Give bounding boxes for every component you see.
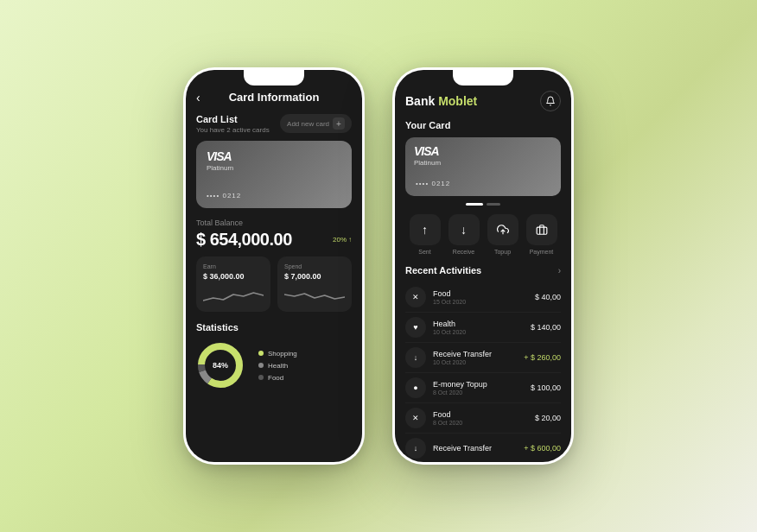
activity-food-1[interactable]: ✕ Food 15 Oct 2020 $ 40,00 <box>405 282 561 313</box>
sent-label: Sent <box>418 249 430 255</box>
card-dot-active <box>466 203 483 206</box>
food-dot <box>258 375 264 380</box>
phone2-header: Bank Moblet <box>405 91 561 111</box>
action-topup[interactable]: Topup <box>487 214 518 255</box>
visa-card-1[interactable]: VISA Platinum •••• 0212 <box>196 141 352 208</box>
activity-name: Food <box>433 410 528 419</box>
statistics-title: Statistics <box>196 322 352 332</box>
change-percent: 20% <box>333 236 347 244</box>
change-arrow: ↑ <box>348 236 352 244</box>
phone2-screen: Bank Moblet Your Card VISA P <box>395 70 571 462</box>
activity-date: 8 Oct 2020 <box>433 420 528 426</box>
recent-activities-header: Recent Activities › <box>405 265 561 276</box>
visa-logo: VISA <box>207 149 341 163</box>
balance-change: 20% ↑ <box>333 236 352 244</box>
activity-emoney-details: E-money Topup 8 Oct 2020 <box>433 380 524 396</box>
activity-food-2-details: Food 8 Oct 2020 <box>433 410 528 426</box>
shopping-label: Shopping <box>268 350 297 358</box>
activity-receive-transfer[interactable]: ↓ Receive Transfer 10 Oct 2020 + $ 260,0… <box>405 343 561 373</box>
spend-label: Spend <box>284 263 345 269</box>
activity-food-1-details: Food 15 Oct 2020 <box>433 289 528 305</box>
activity-name: Health <box>433 320 524 328</box>
receive-transfer-2-icon: ↓ <box>405 438 426 459</box>
action-receive[interactable]: ↓ Receive <box>448 214 480 255</box>
topup-label: Topup <box>494 249 511 255</box>
shopping-dot <box>258 351 264 356</box>
legend-shopping: Shopping <box>258 350 297 358</box>
activity-date: 10 Oct 2020 <box>433 359 517 365</box>
phone2-content: Bank Moblet Your Card VISA P <box>395 70 571 462</box>
add-card-label: Add new card <box>287 120 329 128</box>
activity-health-details: Health 10 Oct 2020 <box>433 320 524 335</box>
activity-receive-transfer-2[interactable]: ↓ Receive Transfer + $ 600,00 <box>405 434 561 462</box>
card-number-2: •••• 0212 <box>416 180 450 187</box>
spend-chart <box>284 288 345 305</box>
balance-row: $ 654,000.00 20% ↑ <box>196 230 352 250</box>
activity-amount: $ 140,00 <box>531 323 561 332</box>
card-list-subtitle: You have 2 active cards <box>196 126 270 134</box>
card-type-2: Platinum <box>414 159 552 167</box>
emoney-icon: ● <box>405 377 426 398</box>
moblet-word: Moblet <box>438 94 477 108</box>
activity-emoney[interactable]: ● E-money Topup 8 Oct 2020 $ 100,00 <box>405 373 561 403</box>
action-payment[interactable]: Payment <box>526 214 557 255</box>
phone-card-information: ‹ Card Information Card List You have 2 … <box>183 67 365 465</box>
health-label: Health <box>268 362 288 370</box>
legend-health: Health <box>258 362 297 370</box>
receive-label: Receive <box>453 249 474 255</box>
activity-name: E-money Topup <box>433 380 524 389</box>
earn-chart <box>203 288 264 305</box>
your-card-label: Your Card <box>405 120 561 130</box>
activity-amount: $ 20,00 <box>535 414 561 422</box>
activity-name: Receive Transfer <box>433 444 517 453</box>
activity-food-2[interactable]: ✕ Food 8 Oct 2020 $ 20,00 <box>405 403 561 434</box>
phone1-header: ‹ Card Information <box>196 91 352 104</box>
activity-name: Food <box>433 289 528 298</box>
activity-health[interactable]: ♥ Health 10 Oct 2020 $ 140,00 <box>405 313 561 343</box>
card-type: Platinum <box>207 164 341 172</box>
action-sent[interactable]: ↑ Sent <box>410 214 441 255</box>
sent-icon: ↑ <box>410 214 441 245</box>
receive-transfer-icon: ↓ <box>405 347 426 368</box>
statistics-content: 84% Shopping Health Food <box>196 341 352 390</box>
earn-spend-row: Earn $ 36,000.00 Spend $ 7,000.00 <box>196 256 352 312</box>
card-list-title: Card List <box>196 114 270 124</box>
activity-amount: $ 100,00 <box>531 383 561 392</box>
earn-card: Earn $ 36,000.00 <box>196 256 270 312</box>
phone2-notch <box>453 70 513 86</box>
health-dot <box>258 363 264 368</box>
payment-icon <box>526 214 557 245</box>
phone1-content: ‹ Card Information Card List You have 2 … <box>186 70 362 462</box>
back-arrow[interactable]: ‹ <box>196 91 200 104</box>
add-card-button[interactable]: Add new card + <box>280 114 352 133</box>
legend-food: Food <box>258 374 297 382</box>
notification-bell-icon[interactable] <box>540 91 561 111</box>
activity-amount-positive-2: + $ 600,00 <box>524 444 561 453</box>
card-list-header: Card List You have 2 active cards Add ne… <box>196 114 352 134</box>
phone1-screen: ‹ Card Information Card List You have 2 … <box>186 70 362 462</box>
topup-icon <box>487 214 518 245</box>
visa-card-2[interactable]: VISA Platinum •••• 0212 <box>405 137 561 196</box>
activity-amount: $ 40,00 <box>535 293 561 301</box>
plus-icon: + <box>333 117 345 130</box>
activity-receive-details: Receive Transfer 10 Oct 2020 <box>433 350 517 365</box>
card-list-info: Card List You have 2 active cards <box>196 114 270 134</box>
earn-label: Earn <box>203 263 264 269</box>
svg-rect-5 <box>537 227 547 234</box>
activity-date: 15 Oct 2020 <box>433 299 528 305</box>
health-icon: ♥ <box>405 317 426 338</box>
recent-chevron-icon[interactable]: › <box>558 266 561 276</box>
activity-date: 10 Oct 2020 <box>433 329 524 335</box>
actions-row: ↑ Sent ↓ Receive <box>405 214 561 255</box>
card-indicator <box>405 203 561 206</box>
recent-title: Recent Activities <box>405 265 481 276</box>
food-1-icon: ✕ <box>405 287 426 307</box>
card-dot-2 <box>487 203 500 206</box>
phone1-notch <box>244 70 304 86</box>
food-label: Food <box>268 374 283 382</box>
phones-container: ‹ Card Information Card List You have 2 … <box>183 67 574 465</box>
payment-label: Payment <box>530 249 554 255</box>
activity-receive-2-details: Receive Transfer <box>433 444 517 453</box>
activity-amount-positive: + $ 260,00 <box>524 353 561 362</box>
bank-word: Bank <box>405 94 435 108</box>
